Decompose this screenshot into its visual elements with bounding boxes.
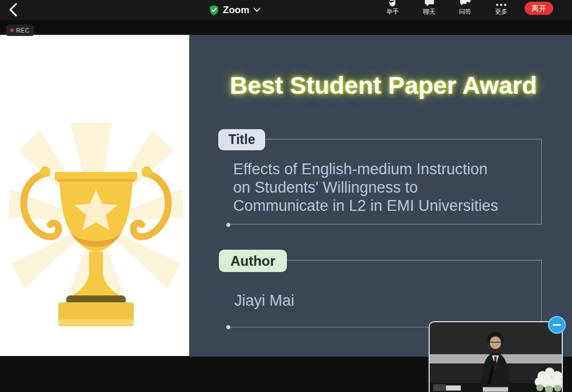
zoom-meeting-screen: Zoom 举手 聊天 <box>0 0 572 392</box>
leave-button[interactable]: 离开 <box>525 2 553 15</box>
trophy-illustration <box>6 122 186 336</box>
speaker-video-thumbnail[interactable] <box>429 321 563 392</box>
shield-check-icon <box>209 5 219 15</box>
meeting-top-bar: Zoom 举手 聊天 <box>0 0 572 20</box>
recording-label: REC <box>16 27 30 34</box>
shared-screen: Best Student Paper Award Title Effects o… <box>0 35 572 357</box>
speaker-video-frame <box>430 322 562 392</box>
minimize-video-button[interactable] <box>548 316 566 334</box>
recording-dot-icon <box>10 29 14 32</box>
title-frame <box>229 139 542 225</box>
raise-hand-label: 举手 <box>386 8 399 15</box>
more-label: 更多 <box>495 8 507 15</box>
title-badge: Title <box>218 129 265 150</box>
meeting-title: Zoom <box>223 5 249 16</box>
raise-hand-icon <box>388 0 398 7</box>
qa-button[interactable]: 问答 <box>449 0 482 20</box>
chat-bubble-icon <box>425 0 434 7</box>
slide-right-panel: Best Student Paper Award Title Effects o… <box>189 35 572 357</box>
author-frame-dot <box>226 325 230 329</box>
qa-bubbles-icon <box>460 0 471 7</box>
title-frame-dot <box>226 223 230 227</box>
minus-icon <box>553 324 561 326</box>
chevron-left-icon <box>8 2 18 17</box>
back-button[interactable] <box>5 1 22 18</box>
more-dots-icon <box>495 3 507 7</box>
slide-left-panel <box>0 35 189 356</box>
chat-label: 聊天 <box>423 8 435 15</box>
recording-badge: REC <box>6 25 34 36</box>
chevron-down-icon <box>253 7 261 13</box>
author-badge: Author <box>219 250 287 272</box>
raise-hand-button[interactable]: 举手 <box>376 0 409 20</box>
meeting-title-group[interactable]: Zoom <box>209 0 261 20</box>
qa-label: 问答 <box>459 8 471 15</box>
award-title: Best Student Paper Award <box>201 71 566 99</box>
chat-button[interactable]: 聊天 <box>413 0 446 20</box>
more-button[interactable]: 更多 <box>485 0 518 20</box>
